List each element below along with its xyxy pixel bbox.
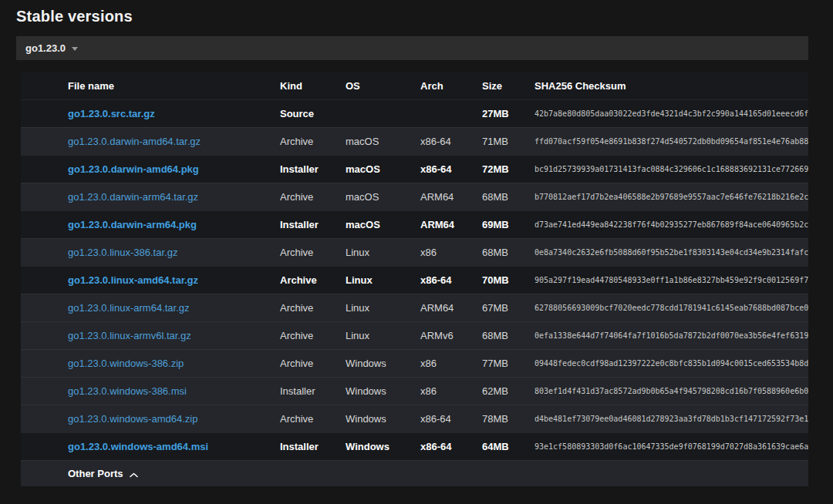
cell-sha256: 62788056693009bcf7020eedc778cdd1781941c6… (535, 294, 808, 321)
cell-arch: x86 (420, 349, 482, 377)
download-link[interactable]: go1.23.0.darwin-amd64.pkg (68, 163, 199, 175)
cell-size: 68MB (482, 321, 535, 349)
download-link[interactable]: go1.23.0.windows-amd64.msi (68, 441, 208, 452)
chevron-down-icon (72, 47, 78, 51)
cell-sha256: ffd070acf59f054e8691b838f274d540572db0bd… (535, 127, 808, 155)
cell-arch (420, 99, 482, 127)
cell-file-name: go1.23.0.linux-386.tar.gz (21, 238, 280, 266)
other-ports-toggle[interactable]: Other Ports (21, 460, 808, 486)
table-row: go1.23.0.windows-386.zipArchiveWindowsx8… (21, 349, 808, 377)
cell-file-name: go1.23.0.darwin-arm64.pkg (21, 210, 280, 238)
download-link[interactable]: go1.23.0.linux-amd64.tar.gz (68, 274, 198, 286)
cell-kind: Archive (280, 349, 346, 377)
checksum-value: d4be481ef73079ee0ad46081d278923aa3fd78db… (535, 415, 808, 423)
download-link[interactable]: go1.23.0.windows-386.zip (68, 358, 184, 369)
cell-os: Windows (346, 432, 420, 460)
checksum-value: 62788056693009bcf7020eedc778cdd1781941c6… (535, 304, 808, 312)
cell-sha256: d73ae741ed449ea842238f76f4b02935277eb867… (535, 210, 808, 238)
cell-arch: x86-64 (420, 432, 482, 460)
cell-size: 67MB (482, 294, 535, 321)
download-link[interactable]: go1.23.0.linux-arm64.tar.gz (68, 302, 190, 314)
checksum-value: b770812aef17d7b2ea406588e2b97689e9557aac… (535, 193, 808, 201)
cell-arch: x86-64 (420, 127, 482, 155)
checksum-value: 905a297f19ead44780548933e0ff1a1b86e8327b… (535, 276, 808, 284)
downloads-page: Stable versions go1.23.0 File name Kind … (0, 0, 833, 504)
cell-size: 70MB (482, 266, 535, 294)
checksum-value: bc91d25739939a01731413fac0884c329606c1c1… (535, 165, 808, 173)
download-link[interactable]: go1.23.0.linux-386.tar.gz (68, 247, 177, 258)
other-ports-label: Other Ports (68, 468, 123, 479)
cell-file-name: go1.23.0.darwin-arm64.tar.gz (21, 183, 280, 210)
cell-kind: Archive (280, 183, 346, 210)
table-row: go1.23.0.darwin-arm64.pkgInstallermacOSA… (21, 210, 808, 238)
version-dropdown[interactable]: go1.23.0 (16, 36, 808, 60)
cell-kind: Source (280, 99, 346, 127)
page-title: Stable versions (0, 0, 833, 32)
cell-kind: Archive (280, 127, 346, 155)
other-ports-row: Other Ports (21, 460, 808, 486)
cell-size: 64MB (482, 432, 535, 460)
cell-os: macOS (346, 155, 420, 183)
chevron-up-icon (130, 469, 138, 480)
cell-file-name: go1.23.0.linux-amd64.tar.gz (21, 266, 280, 294)
checksum-value: ffd070acf59f054e8691b838f274d540572db0bd… (535, 137, 808, 146)
cell-sha256: 09448fedec0cdf98ad12397222e0c8bfc835b1d0… (535, 349, 808, 377)
cell-sha256: 93e1cf580893303d0f6ac10647335de9f0768199… (535, 432, 808, 460)
checksum-value: 93e1cf580893303d0f6ac10647335de9f0768199… (535, 442, 808, 451)
download-link[interactable]: go1.23.0.windows-amd64.zip (68, 413, 197, 425)
cell-sha256: 42b7a8e80d805daa03022ed3fde4321d4c3bf2c9… (535, 99, 808, 127)
header-sha256: SHA256 Checksum (535, 72, 808, 99)
cell-kind: Installer (280, 432, 346, 460)
cell-sha256: 803ef1d4f431d37ac8572ad9b0b65a4f94579820… (535, 377, 808, 405)
cell-sha256: 0e8a7340c2632e6fb5088d60f95b52be1f830314… (535, 238, 808, 266)
header-kind: Kind (280, 72, 346, 99)
table-row: go1.23.0.src.tar.gzSource27MB42b7a8e80d8… (21, 99, 808, 127)
cell-size: 62MB (482, 377, 535, 405)
cell-os: Windows (346, 405, 420, 432)
checksum-value: 42b7a8e80d805daa03022ed3fde4321d4c3bf2c9… (535, 109, 808, 118)
download-link[interactable]: go1.23.0.windows-386.msi (68, 385, 187, 397)
cell-size: 71MB (482, 127, 535, 155)
cell-arch: ARMv6 (420, 321, 482, 349)
cell-sha256: d4be481ef73079ee0ad46081d278923aa3fd78db… (535, 405, 808, 432)
cell-file-name: go1.23.0.darwin-amd64.tar.gz (21, 127, 280, 155)
table-row: go1.23.0.windows-386.msiInstallerWindows… (21, 377, 808, 405)
cell-os: macOS (346, 127, 420, 155)
cell-kind: Archive (280, 405, 346, 432)
download-link[interactable]: go1.23.0.src.tar.gz (68, 108, 155, 119)
table-row: go1.23.0.darwin-amd64.tar.gzArchivemacOS… (21, 127, 808, 155)
cell-os: macOS (346, 210, 420, 238)
header-arch: Arch (420, 72, 482, 99)
table-row: go1.23.0.windows-amd64.msiInstallerWindo… (21, 432, 808, 460)
cell-os (346, 99, 420, 127)
cell-kind: Installer (280, 210, 346, 238)
download-link[interactable]: go1.23.0.linux-armv6l.tar.gz (68, 330, 191, 341)
cell-os: Windows (346, 377, 420, 405)
cell-file-name: go1.23.0.windows-386.msi (21, 377, 280, 405)
cell-size: 27MB (482, 99, 535, 127)
cell-sha256: bc91d25739939a01731413fac0884c329606c1c1… (535, 155, 808, 183)
cell-size: 69MB (482, 210, 535, 238)
cell-os: macOS (346, 183, 420, 210)
cell-file-name: go1.23.0.windows-386.zip (21, 349, 280, 377)
cell-size: 68MB (482, 183, 535, 210)
cell-file-name: go1.23.0.windows-amd64.zip (21, 405, 280, 432)
download-link[interactable]: go1.23.0.darwin-amd64.tar.gz (68, 136, 201, 147)
table-header-row: File name Kind OS Arch Size SHA256 Check… (21, 72, 808, 99)
download-link[interactable]: go1.23.0.darwin-arm64.pkg (68, 219, 197, 230)
cell-arch: x86 (420, 238, 482, 266)
table-row: go1.23.0.linux-amd64.tar.gzArchiveLinuxx… (21, 266, 808, 294)
download-link[interactable]: go1.23.0.darwin-arm64.tar.gz (68, 191, 198, 203)
cell-size: 78MB (482, 405, 535, 432)
checksum-value: 0e8a7340c2632e6fb5088d60f95b52be1f830314… (535, 248, 808, 257)
cell-sha256: 905a297f19ead44780548933e0ff1a1b86e8327b… (535, 266, 808, 294)
header-size: Size (482, 72, 535, 99)
cell-arch: ARM64 (420, 294, 482, 321)
table-row: go1.23.0.darwin-arm64.tar.gzArchivemacOS… (21, 183, 808, 210)
cell-file-name: go1.23.0.linux-armv6l.tar.gz (21, 321, 280, 349)
cell-os: Windows (346, 349, 420, 377)
checksum-value: d73ae741ed449ea842238f76f4b02935277eb867… (535, 220, 808, 229)
header-os: OS (346, 72, 420, 99)
checksum-value: 09448fedec0cdf98ad12397222e0c8bfc835b1d0… (535, 359, 808, 368)
header-file-name: File name (21, 72, 280, 99)
